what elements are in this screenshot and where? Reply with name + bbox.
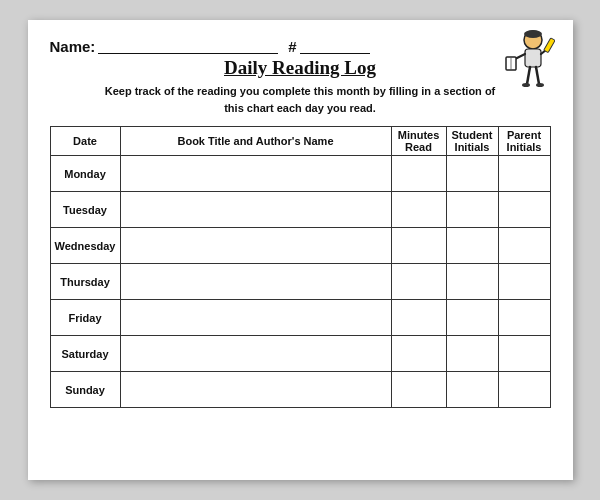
- hash-label: #: [288, 38, 296, 55]
- parent-initials-cell: [498, 192, 550, 228]
- day-cell: Tuesday: [50, 192, 120, 228]
- hash-input-line: [300, 40, 370, 54]
- name-input-line: [98, 40, 278, 54]
- page: Name: #: [28, 20, 573, 480]
- book-cell: [120, 228, 391, 264]
- minutes-cell: [391, 336, 446, 372]
- subtitle-line1: Keep track of the reading you complete t…: [105, 85, 496, 97]
- col-header-student: Student Initials: [446, 127, 498, 156]
- character-illustration: [503, 30, 555, 96]
- day-cell: Saturday: [50, 336, 120, 372]
- parent-initials-cell: [498, 372, 550, 408]
- book-cell: [120, 300, 391, 336]
- reading-log-table: Date Book Title and Author's Name Minute…: [50, 126, 551, 408]
- table-body: MondayTuesdayWednesdayThursdayFridaySatu…: [50, 156, 550, 408]
- minutes-cell: [391, 156, 446, 192]
- minutes-cell: [391, 192, 446, 228]
- parent-initials-cell: [498, 300, 550, 336]
- page-title: Daily Reading Log: [50, 57, 551, 79]
- student-initials-cell: [446, 264, 498, 300]
- day-cell: Thursday: [50, 264, 120, 300]
- table-row: Friday: [50, 300, 550, 336]
- student-initials-cell: [446, 300, 498, 336]
- day-cell: Friday: [50, 300, 120, 336]
- table-row: Tuesday: [50, 192, 550, 228]
- col-header-date: Date: [50, 127, 120, 156]
- book-cell: [120, 336, 391, 372]
- day-cell: Sunday: [50, 372, 120, 408]
- table-row: Wednesday: [50, 228, 550, 264]
- page-subtitle: Keep track of the reading you complete t…: [50, 83, 551, 116]
- col-header-minutes: Minutes Read: [391, 127, 446, 156]
- svg-point-1: [524, 30, 542, 38]
- minutes-cell: [391, 372, 446, 408]
- book-cell: [120, 372, 391, 408]
- svg-rect-2: [525, 49, 541, 67]
- book-cell: [120, 264, 391, 300]
- name-hash-row: Name: #: [50, 38, 370, 55]
- minutes-cell: [391, 300, 446, 336]
- col-header-book: Book Title and Author's Name: [120, 127, 391, 156]
- subtitle-line2: this chart each day you read.: [224, 102, 376, 114]
- name-label: Name:: [50, 38, 96, 55]
- table-row: Saturday: [50, 336, 550, 372]
- table-row: Thursday: [50, 264, 550, 300]
- parent-initials-cell: [498, 156, 550, 192]
- book-cell: [120, 192, 391, 228]
- parent-initials-cell: [498, 264, 550, 300]
- book-cell: [120, 156, 391, 192]
- header-section: Name: #: [50, 38, 551, 55]
- day-cell: Wednesday: [50, 228, 120, 264]
- table-row: Monday: [50, 156, 550, 192]
- student-initials-cell: [446, 372, 498, 408]
- hash-label-group: #: [288, 38, 369, 55]
- student-initials-cell: [446, 192, 498, 228]
- svg-line-8: [527, 67, 530, 84]
- parent-initials-cell: [498, 336, 550, 372]
- student-initials-cell: [446, 336, 498, 372]
- svg-point-11: [536, 83, 544, 87]
- name-label-group: Name:: [50, 38, 279, 55]
- student-initials-cell: [446, 156, 498, 192]
- student-initials-cell: [446, 228, 498, 264]
- svg-rect-7: [543, 38, 554, 53]
- parent-initials-cell: [498, 228, 550, 264]
- svg-line-9: [536, 67, 539, 84]
- svg-point-10: [522, 83, 530, 87]
- minutes-cell: [391, 264, 446, 300]
- table-row: Sunday: [50, 372, 550, 408]
- day-cell: Monday: [50, 156, 120, 192]
- col-header-parent: Parent Initials: [498, 127, 550, 156]
- minutes-cell: [391, 228, 446, 264]
- table-header-row: Date Book Title and Author's Name Minute…: [50, 127, 550, 156]
